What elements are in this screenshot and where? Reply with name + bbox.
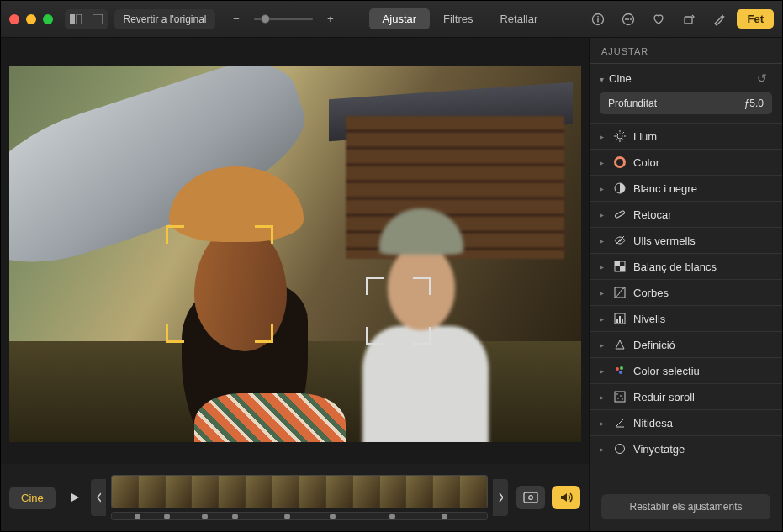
chevron-right-icon: ▸ <box>600 262 606 271</box>
zoom-in-button[interactable]: + <box>318 9 343 29</box>
filmstrip-frame[interactable] <box>219 476 246 508</box>
adjustments-list: ▸Llum▸Color▸Blanc i negre▸Retocar▸Ulls v… <box>590 123 782 461</box>
keyframe-marker[interactable] <box>284 514 290 519</box>
chevron-right-icon: ▸ <box>600 314 606 324</box>
adjust-row-retouch[interactable]: ▸Retocar <box>590 201 782 227</box>
svg-point-12 <box>529 496 533 500</box>
main-area: Cine <box>1 38 782 531</box>
adjust-row-vignette[interactable]: ▸Vinyetatge <box>590 435 782 461</box>
keyframe-track[interactable] <box>111 512 488 520</box>
keyframe-marker[interactable] <box>330 514 336 519</box>
filmstrip-frame[interactable] <box>299 476 326 508</box>
tab-adjust[interactable]: Ajustar <box>369 8 430 29</box>
adjust-row-noise[interactable]: ▸Reduir soroll <box>590 383 782 409</box>
adjust-row-color[interactable]: ▸Color <box>590 149 782 175</box>
filmstrip[interactable] <box>111 475 488 508</box>
minimize-window-button[interactable] <box>26 14 36 24</box>
fullscreen-window-button[interactable] <box>43 14 53 24</box>
cinematic-mode-button[interactable]: Cine <box>9 487 56 509</box>
zoom-slider[interactable] <box>254 18 313 20</box>
adjust-row-curves[interactable]: ▸Corbes <box>590 279 782 305</box>
filmstrip-frame[interactable] <box>272 476 299 508</box>
revert-button[interactable]: Revertir a l'original <box>114 9 215 29</box>
reset-adjustments-button[interactable]: Restablir els ajustaments <box>601 494 770 519</box>
adjust-row-selcolor[interactable]: ▸Color selectiu <box>590 357 782 383</box>
chevron-right-icon: ▸ <box>600 445 606 454</box>
filmstrip-frame[interactable] <box>380 476 407 508</box>
play-button[interactable] <box>64 487 86 508</box>
done-button[interactable]: Fet <box>737 9 774 29</box>
keyframe-marker[interactable] <box>232 514 238 519</box>
auto-enhance-button[interactable] <box>706 9 732 29</box>
scene-person-background <box>346 208 497 442</box>
filmstrip-frame[interactable] <box>406 476 433 508</box>
chevron-right-icon: ▸ <box>600 340 606 350</box>
cinematic-reset-button[interactable]: ↺ <box>752 71 772 86</box>
svg-point-41 <box>617 398 619 399</box>
filmstrip-frame[interactable] <box>192 476 219 508</box>
keyframe-marker[interactable] <box>389 514 395 519</box>
svg-point-22 <box>616 158 625 167</box>
svg-point-9 <box>630 18 632 20</box>
adjust-row-label: Nitidesa <box>633 417 673 429</box>
panel-footer: Restablir els ajustaments <box>590 482 782 531</box>
view-layout-segmented <box>65 9 108 29</box>
svg-point-37 <box>619 371 622 374</box>
curves-icon <box>613 286 627 299</box>
keyframe-marker[interactable] <box>135 514 140 519</box>
sound-button[interactable] <box>552 486 580 509</box>
svg-rect-33 <box>619 316 621 323</box>
layout-single-button[interactable] <box>87 9 108 29</box>
adjust-row-light[interactable]: ▸Llum <box>590 123 782 149</box>
tab-crop[interactable]: Retallar <box>486 8 551 29</box>
depth-row[interactable]: Profunditat ƒ5.0 <box>600 92 772 114</box>
filmstrip-frame[interactable] <box>326 476 353 508</box>
zoom-out-button[interactable]: − <box>224 9 249 29</box>
adjust-row-label: Retocar <box>633 208 672 221</box>
filmstrip-frame[interactable] <box>112 476 139 508</box>
cinematic-header[interactable]: ▾Cine ↺ <box>600 71 772 86</box>
adjust-row-label: Llum <box>633 130 657 143</box>
filmstrip-frame[interactable] <box>246 476 272 508</box>
filmstrip-frame[interactable] <box>139 476 166 508</box>
svg-rect-2 <box>93 14 103 24</box>
adjust-row-label: Ulls vermells <box>633 234 696 247</box>
zoom-slider-thumb[interactable] <box>261 14 270 24</box>
svg-point-35 <box>616 367 619 371</box>
sharp-icon <box>613 416 627 429</box>
favorite-button[interactable] <box>646 9 671 29</box>
info-button[interactable] <box>585 9 611 29</box>
next-clip-button[interactable] <box>493 479 508 516</box>
filmstrip-frame[interactable] <box>460 476 487 508</box>
keyframe-marker[interactable] <box>202 514 208 519</box>
close-window-button[interactable] <box>9 14 19 24</box>
svg-point-13 <box>617 134 622 139</box>
video-canvas[interactable] <box>9 66 581 442</box>
adjust-row-bw[interactable]: ▸Blanc i negre <box>590 175 782 201</box>
adjust-row-definition[interactable]: ▸Definició <box>590 331 782 357</box>
adjust-row-redeye[interactable]: ▸Ulls vermells <box>590 227 782 253</box>
chevron-right-icon: ▸ <box>600 288 606 298</box>
tab-filters[interactable]: Filtres <box>430 8 486 29</box>
svg-rect-1 <box>77 14 82 24</box>
cinematic-title: Cine <box>609 72 632 85</box>
filmstrip-frame[interactable] <box>353 476 380 508</box>
adjust-row-wb[interactable]: ▸Balanç de blancs <box>590 253 782 279</box>
filmstrip-frame[interactable] <box>166 476 193 508</box>
adjust-row-levels[interactable]: ▸Nivells <box>590 305 782 331</box>
focus-point-button[interactable] <box>516 486 545 509</box>
prev-clip-button[interactable] <box>91 479 106 516</box>
layout-split-button[interactable] <box>65 9 87 29</box>
keyframe-marker[interactable] <box>164 514 170 519</box>
chevron-right-icon: ▸ <box>600 132 606 141</box>
depth-value: ƒ5.0 <box>744 97 764 109</box>
more-button[interactable] <box>616 9 641 29</box>
rotate-button[interactable] <box>676 9 701 29</box>
adjust-row-sharp[interactable]: ▸Nitidesa <box>590 409 782 435</box>
keyframe-marker[interactable] <box>442 514 447 519</box>
mode-tabs: AjustarFiltresRetallar <box>369 8 552 29</box>
chevron-right-icon: ▸ <box>600 419 606 428</box>
adjust-row-label: Vinyetatge <box>633 443 685 456</box>
filmstrip-frame[interactable] <box>433 476 460 508</box>
timeline[interactable] <box>111 475 488 520</box>
